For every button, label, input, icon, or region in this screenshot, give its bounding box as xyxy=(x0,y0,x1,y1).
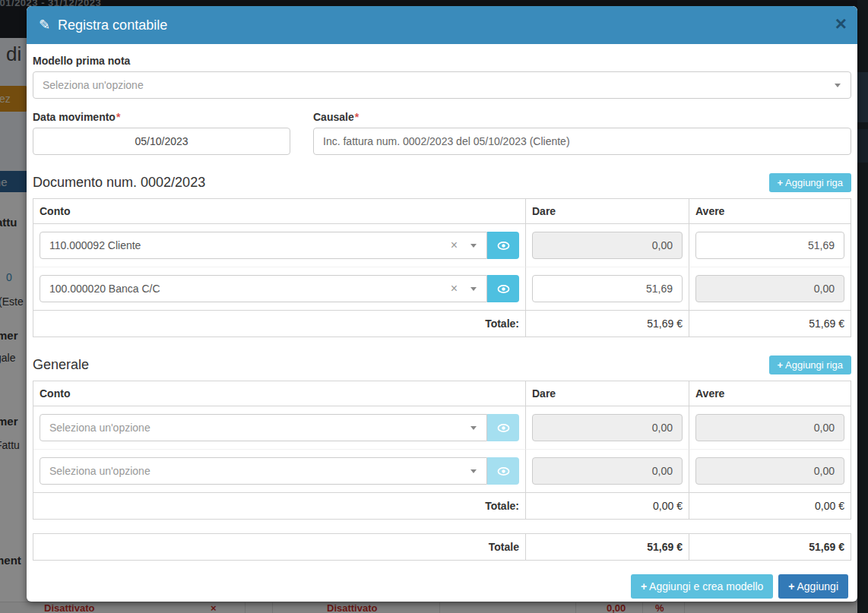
generale-add-row-button[interactable]: +Aggiungi riga xyxy=(769,355,851,374)
total-dare: 51,69 € xyxy=(525,310,689,337)
close-button[interactable]: × xyxy=(835,14,847,33)
total-dare: 0,00 € xyxy=(525,492,689,519)
clear-icon[interactable]: × xyxy=(451,239,458,252)
caret-down-icon xyxy=(470,287,477,291)
table-row-avere-cell: 0,00 xyxy=(689,406,851,449)
caret-down-icon xyxy=(835,84,841,87)
conto-select[interactable]: Seleziona un'opzione xyxy=(40,414,487,441)
aggiungi-button[interactable]: +Aggiungi xyxy=(778,574,848,599)
modello-label: Modello prima nota xyxy=(33,55,851,67)
conto-select[interactable]: Seleziona un'opzione xyxy=(40,457,487,485)
dare-input: 0,00 xyxy=(532,414,683,441)
generale-section-header: Generale +Aggiungi riga xyxy=(33,355,851,374)
avere-input: 0,00 xyxy=(695,275,844,302)
modal-header: ✎ Registra contabile × xyxy=(27,6,857,44)
eye-button xyxy=(487,414,519,441)
table-row-conto-cell: 110.000092 Cliente × xyxy=(33,224,525,267)
grand-total-label: Totale xyxy=(33,534,525,560)
table-row-dare-cell: 51,69 xyxy=(525,267,689,310)
modal-title: Registra contabile xyxy=(58,17,167,33)
avere-input: 0,00 xyxy=(695,457,844,485)
conto-select[interactable]: 110.000092 Cliente × xyxy=(40,232,487,259)
dare-input[interactable]: 51,69 xyxy=(532,275,683,302)
eye-button[interactable] xyxy=(487,232,519,259)
dare-input: 0,00 xyxy=(532,232,683,259)
caret-down-icon xyxy=(470,469,477,473)
table-row-conto-cell: Seleziona un'opzione xyxy=(33,406,525,449)
total-avere: 0,00 € xyxy=(689,492,851,519)
causale-label: Causale* xyxy=(313,111,851,123)
grand-total-table: Totale 51,69 € 51,69 € xyxy=(33,533,851,561)
plus-icon: + xyxy=(778,177,784,188)
plus-icon: + xyxy=(641,580,647,592)
date-causale-row: Data movimento* 05/10/2023 Causale* Inc.… xyxy=(33,111,851,155)
table-row-dare-cell: 0,00 xyxy=(525,224,689,267)
total-avere: 51,69 € xyxy=(689,310,851,337)
grand-total-dare: 51,69 € xyxy=(525,534,689,560)
causale-input[interactable]: Inc. fattura num. 0002/2023 del 05/10/20… xyxy=(313,128,851,155)
generale-section-title: Generale xyxy=(33,357,89,373)
plus-icon: + xyxy=(778,359,784,371)
eye-button xyxy=(487,457,519,485)
edit-icon: ✎ xyxy=(39,17,50,33)
data-movimento-label: Data movimento* xyxy=(33,111,290,123)
avere-input: 0,00 xyxy=(695,414,844,441)
dare-input: 0,00 xyxy=(532,457,683,485)
causale-group: Causale* Inc. fattura num. 0002/2023 del… xyxy=(313,111,851,155)
eye-icon xyxy=(497,423,510,433)
eye-button[interactable] xyxy=(487,275,519,302)
table-row-dare-cell: 0,00 xyxy=(525,449,689,492)
column-header-dare: Dare xyxy=(525,199,689,224)
required-marker: * xyxy=(116,111,120,123)
data-movimento-input[interactable]: 05/10/2023 xyxy=(33,128,290,155)
plus-icon: + xyxy=(788,580,794,592)
eye-icon xyxy=(497,284,510,294)
screen: 01/01/2023 - 31/12/2023 di elez one attu… xyxy=(0,0,868,613)
required-marker: * xyxy=(355,111,359,123)
caret-down-icon xyxy=(470,426,477,430)
column-header-avere: Avere xyxy=(689,199,851,224)
modello-select[interactable]: Seleziona un'opzione xyxy=(33,71,851,99)
clear-icon[interactable]: × xyxy=(451,282,458,295)
registra-contabile-modal: ✎ Registra contabile × Modello prima not… xyxy=(27,6,857,602)
documento-add-row-button[interactable]: +Aggiungi riga xyxy=(769,173,851,192)
column-header-conto: Conto xyxy=(33,199,525,224)
conto-select[interactable]: 100.000020 Banca C/C × xyxy=(40,275,487,302)
documento-section-header: Documento num. 0002/2023 +Aggiungi riga xyxy=(33,173,851,192)
documento-section-title: Documento num. 0002/2023 xyxy=(33,175,205,191)
modal-footer: +Aggiungi e crea modello +Aggiungi xyxy=(33,574,851,599)
aggiungi-crea-modello-button[interactable]: +Aggiungi e crea modello xyxy=(631,574,773,599)
data-movimento-group: Data movimento* 05/10/2023 xyxy=(33,111,290,155)
generale-table: Conto Dare Avere Seleziona un'opzione xyxy=(33,381,851,520)
table-row-dare-cell: 0,00 xyxy=(525,406,689,449)
column-header-dare: Dare xyxy=(525,381,689,406)
grand-total-avere: 51,69 € xyxy=(689,534,851,560)
eye-icon xyxy=(497,466,510,476)
table-row-conto-cell: 100.000020 Banca C/C × xyxy=(33,267,525,310)
total-label: Totale: xyxy=(33,310,525,337)
table-row-avere-cell: 0,00 xyxy=(689,267,851,310)
table-row-avere-cell: 51,69 xyxy=(689,224,851,267)
avere-input[interactable]: 51,69 xyxy=(695,232,844,259)
eye-icon xyxy=(497,241,510,251)
documento-table: Conto Dare Avere 110.000092 Cliente × xyxy=(33,198,851,337)
modal-body: Modello prima nota Seleziona un'opzione … xyxy=(27,44,857,599)
column-header-conto: Conto xyxy=(33,381,525,406)
caret-down-icon xyxy=(470,244,477,248)
total-label: Totale: xyxy=(33,492,525,519)
table-row-conto-cell: Seleziona un'opzione xyxy=(33,449,525,492)
modello-placeholder: Seleziona un'opzione xyxy=(43,79,144,91)
column-header-avere: Avere xyxy=(689,381,851,406)
table-row-avere-cell: 0,00 xyxy=(689,449,851,492)
